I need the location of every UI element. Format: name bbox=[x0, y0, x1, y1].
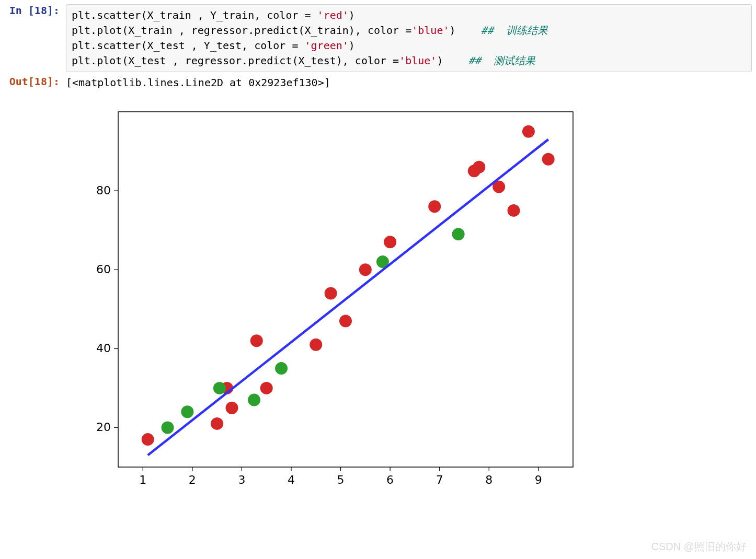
train_scatter-point bbox=[542, 153, 555, 166]
out-prompt: Out[18]: bbox=[4, 75, 66, 88]
x-tick-label: 8 bbox=[485, 473, 492, 486]
code-line1-str: 'red' bbox=[317, 9, 349, 21]
x-tick-label: 2 bbox=[189, 473, 196, 486]
plot-output: 12345678920406080 bbox=[71, 101, 752, 501]
train_scatter-point bbox=[325, 287, 337, 300]
x-tick-label: 7 bbox=[436, 473, 443, 486]
train_scatter-point bbox=[142, 433, 154, 446]
train_scatter-point bbox=[359, 263, 372, 276]
code-line3-str: 'green' bbox=[305, 39, 349, 52]
train_scatter-point bbox=[508, 204, 520, 217]
in-prompt: In [18]: bbox=[4, 4, 66, 17]
scatter-plot: 12345678920406080 bbox=[71, 101, 583, 498]
train_scatter-point bbox=[226, 402, 238, 414]
test_scatter-point bbox=[213, 382, 226, 394]
train_scatter-point bbox=[250, 334, 263, 347]
test_scatter-point bbox=[181, 405, 193, 418]
train_scatter-point bbox=[522, 125, 535, 138]
code-line3-pre: plt.scatter(X_test , Y_test, color = bbox=[72, 39, 305, 52]
x-tick-label: 3 bbox=[238, 473, 245, 486]
test_scatter-point bbox=[162, 421, 174, 434]
code-line1-post: ) bbox=[349, 9, 355, 21]
output-text: [<matplotlib.lines.Line2D at 0x2923ef130… bbox=[66, 75, 752, 89]
x-tick-label: 1 bbox=[139, 473, 146, 486]
output-cell: Out[18]: [<matplotlib.lines.Line2D at 0x… bbox=[4, 75, 752, 89]
test_scatter-point bbox=[248, 394, 260, 406]
y-tick-label: 60 bbox=[96, 263, 111, 276]
code-line2-post: ) bbox=[449, 24, 480, 37]
code-line4-pre: plt.plot(X_test , regressor.predict(X_te… bbox=[72, 54, 399, 67]
x-tick-label: 6 bbox=[386, 473, 394, 486]
train_scatter-point bbox=[310, 339, 322, 351]
test_scatter-point bbox=[452, 228, 465, 240]
code-line1-pre: plt.scatter(X_train , Y_train, color = bbox=[72, 9, 317, 21]
y-tick-label: 80 bbox=[96, 184, 111, 197]
train_scatter-point bbox=[473, 161, 485, 173]
x-tick-label: 9 bbox=[535, 473, 542, 486]
train_scatter-point bbox=[339, 315, 352, 327]
x-tick-label: 5 bbox=[337, 473, 345, 486]
code-line4-cmt: ## 测试结果 bbox=[468, 54, 535, 67]
input-cell: In [18]: plt.scatter(X_train , Y_train, … bbox=[4, 4, 752, 72]
train_scatter-point bbox=[260, 382, 273, 394]
code-line2-cmt: ## 训练结果 bbox=[481, 24, 548, 37]
train_scatter-point bbox=[384, 236, 396, 248]
code-line2-pre: plt.plot(X_train , regressor.predict(X_t… bbox=[72, 24, 411, 37]
code-line2-str: 'blue' bbox=[411, 24, 449, 37]
test_scatter-point bbox=[275, 362, 288, 375]
code-line4-str: 'blue' bbox=[399, 54, 437, 67]
regression_line bbox=[148, 139, 548, 455]
x-tick-label: 4 bbox=[288, 473, 295, 486]
train_scatter-point bbox=[428, 200, 441, 213]
code-line3-post: ) bbox=[349, 39, 355, 52]
y-tick-label: 20 bbox=[96, 421, 111, 434]
train_scatter-point bbox=[211, 417, 223, 430]
code-line4-post: ) bbox=[437, 54, 468, 67]
code-block[interactable]: plt.scatter(X_train , Y_train, color = '… bbox=[66, 4, 752, 72]
y-tick-label: 40 bbox=[96, 342, 111, 355]
